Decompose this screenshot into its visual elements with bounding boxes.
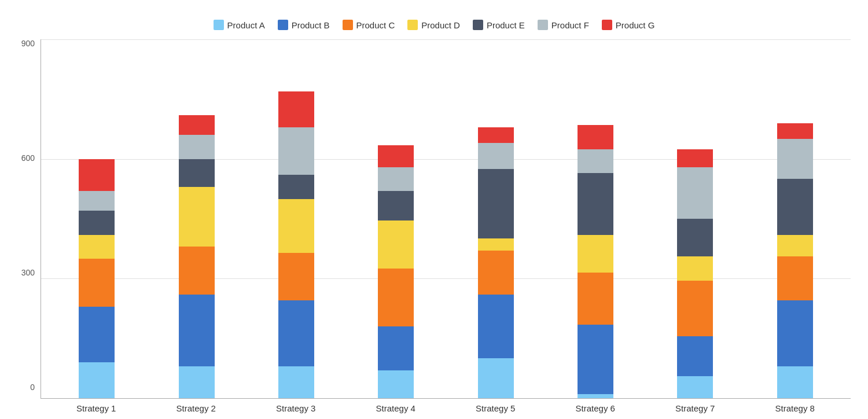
bar-stack (478, 39, 514, 398)
bar-segment-f (777, 139, 813, 179)
bar-segment-d (378, 220, 414, 269)
bar-stack (79, 39, 115, 398)
bar-segment-c (677, 281, 713, 336)
bar-segment-b (179, 295, 215, 366)
y-axis-label: 300 (21, 269, 35, 277)
bar-stack (179, 39, 215, 398)
bar-segment-e (578, 173, 613, 235)
bar-segment-e (278, 175, 314, 199)
legend-label-e: Product E (487, 20, 525, 30)
bar-segment-a (378, 370, 414, 398)
y-axis: 9006003000 (17, 39, 41, 413)
bar-segment-e (179, 159, 215, 187)
legend-item-f: Product F (538, 20, 589, 30)
bar-stack (378, 39, 414, 398)
y-axis-label: 0 (30, 383, 35, 391)
bar-segment-g (79, 159, 115, 191)
bar-segment-g (578, 125, 613, 149)
legend-swatch-f (538, 20, 548, 30)
bar-segment-d (677, 256, 713, 280)
legend-item-a: Product A (214, 20, 265, 30)
legend-item-b: Product B (278, 20, 330, 30)
bar-segment-g (677, 149, 713, 167)
bar-group (446, 39, 546, 398)
legend-swatch-d (407, 20, 418, 30)
legend-label-c: Product C (356, 20, 395, 30)
bar-segment-d (478, 238, 514, 251)
bar-segment-d (777, 235, 813, 257)
bar-segment-a (677, 376, 713, 398)
legend-swatch-c (343, 20, 353, 30)
bar-segment-f (79, 191, 115, 211)
bar-segment-a (79, 362, 115, 398)
bar-segment-b (677, 336, 713, 376)
bar-group (47, 39, 146, 398)
bar-segment-f (179, 135, 215, 159)
bars-section: Strategy 1Strategy 2Strategy 3Strategy 4… (41, 39, 851, 413)
bar-segment-c (79, 259, 115, 307)
x-label: Strategy 3 (246, 399, 346, 413)
bar-segment-c (578, 273, 613, 325)
bar-segment-d (179, 187, 215, 247)
legend-swatch-a (214, 20, 224, 30)
bar-segment-c (278, 253, 314, 301)
bar-segment-a (478, 358, 514, 398)
bar-segment-b (478, 295, 514, 358)
bar-segment-f (478, 143, 514, 169)
x-label: Strategy 4 (346, 399, 446, 413)
bar-segment-e (478, 169, 514, 239)
bar-segment-f (578, 149, 613, 173)
bar-group (546, 39, 645, 398)
legend-item-e: Product E (473, 20, 525, 30)
bar-segment-a (777, 366, 813, 398)
y-axis-label: 600 (21, 154, 35, 162)
legend-swatch-b (278, 20, 288, 30)
bar-stack (578, 39, 613, 398)
bar-group (146, 39, 246, 398)
x-label: Strategy 2 (146, 399, 247, 413)
bar-segment-a (179, 366, 215, 398)
bar-segment-c (478, 251, 514, 295)
legend-label-d: Product D (421, 20, 460, 30)
bar-group (346, 39, 446, 398)
bar-segment-e (777, 179, 813, 234)
bar-segment-b (79, 307, 115, 362)
bar-segment-g (378, 145, 414, 167)
bar-segment-g (278, 91, 314, 127)
bar-segment-c (179, 247, 215, 295)
x-label: Strategy 6 (546, 399, 646, 413)
legend-item-g: Product G (602, 20, 655, 30)
bar-segment-c (378, 269, 414, 326)
y-axis-label: 900 (21, 39, 35, 47)
bar-segment-g (777, 123, 813, 139)
legend-label-a: Product A (227, 20, 265, 30)
x-labels: Strategy 1Strategy 2Strategy 3Strategy 4… (41, 399, 851, 413)
x-label: Strategy 7 (645, 399, 745, 413)
bar-segment-d (79, 235, 115, 259)
bar-segment-g (478, 127, 514, 144)
bar-segment-b (378, 326, 414, 370)
bar-segment-g (179, 115, 215, 135)
bar-stack (278, 39, 314, 398)
bar-group (247, 39, 346, 398)
bar-segment-d (278, 199, 314, 253)
legend-item-c: Product C (343, 20, 395, 30)
legend-item-d: Product D (407, 20, 460, 30)
bar-group (645, 39, 745, 398)
bars-container (41, 39, 851, 399)
legend-swatch-e (473, 20, 483, 30)
legend-swatch-g (602, 20, 612, 30)
bar-group (745, 39, 845, 398)
bar-segment-a (278, 366, 314, 398)
bar-segment-e (79, 211, 115, 234)
x-label: Strategy 1 (46, 399, 146, 413)
x-label: Strategy 8 (745, 399, 845, 413)
bar-segment-b (777, 300, 813, 366)
x-label: Strategy 5 (446, 399, 546, 413)
legend-label-b: Product B (292, 20, 330, 30)
chart-area: 9006003000 Strategy 1Strategy 2Strategy … (17, 39, 851, 413)
legend: Product A Product B Product C Product D … (214, 20, 655, 30)
bar-segment-f (278, 127, 314, 175)
bar-segment-b (578, 325, 613, 395)
legend-label-f: Product F (551, 20, 589, 30)
